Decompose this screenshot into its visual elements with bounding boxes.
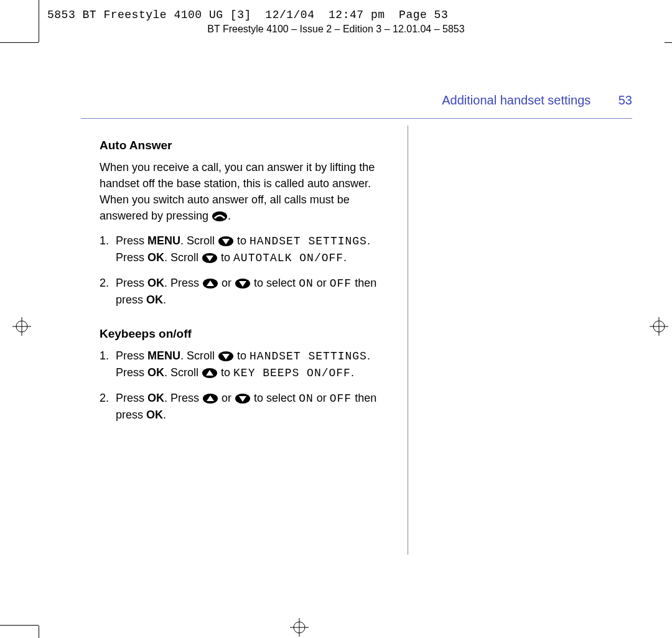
step-number: 1.: [100, 233, 116, 266]
ok-key-label: OK: [147, 251, 164, 264]
lcd-text: KEY BEEPS ON/OFF: [233, 367, 351, 379]
content-column: Auto Answer When you receive a call, you…: [100, 137, 398, 432]
header-rule: [81, 118, 632, 119]
crop-mark: [665, 42, 672, 43]
registration-mark-icon: [650, 317, 668, 336]
step-number: 2.: [100, 275, 116, 308]
down-key-icon: [202, 252, 218, 263]
svg-point-11: [223, 216, 225, 218]
down-key-icon: [218, 350, 234, 361]
lcd-text: HANDSET SETTINGS: [250, 235, 367, 247]
keybeeps-step-2: 2. Press OK. Press or to select ON or OF…: [100, 390, 398, 423]
talk-key-icon: [212, 210, 228, 221]
step-number: 2.: [100, 390, 116, 423]
auto-answer-intro: When you receive a call, you can answer …: [100, 159, 398, 224]
ok-key-label: OK: [147, 366, 164, 379]
menu-key-label: MENU: [147, 234, 180, 247]
lcd-text: ON: [299, 277, 314, 290]
crop-mark: [39, 0, 39, 42]
lcd-text: OFF: [330, 392, 352, 405]
step-number: 1.: [100, 348, 116, 381]
ok-key-label: OK: [147, 392, 164, 404]
keybeeps-step-1: 1. Press MENU. Scroll to HANDSET SETTING…: [100, 348, 398, 381]
lcd-text: AUTOTALK ON/OFF: [233, 252, 343, 264]
print-slug: 5853 BT Freestyle 4100 UG [3] 12/1/04 12…: [47, 9, 448, 21]
down-key-icon: [218, 235, 234, 246]
page-number: 53: [618, 93, 632, 108]
lcd-text: OFF: [330, 277, 352, 290]
registration-mark-icon: [12, 317, 31, 336]
heading-keybeeps: Keybeeps on/off: [100, 325, 398, 343]
ok-key-label: OK: [146, 294, 163, 306]
svg-point-10: [215, 216, 217, 218]
menu-key-label: MENU: [147, 349, 180, 362]
page-header: Additional handset settings 53: [442, 93, 632, 108]
auto-answer-step-1: 1. Press MENU. Scroll to HANDSET SETTING…: [100, 233, 398, 266]
crop-mark: [39, 626, 39, 638]
ok-key-label: OK: [147, 277, 164, 289]
ok-key-label: OK: [146, 409, 163, 421]
up-key-icon: [202, 277, 218, 289]
lcd-text: HANDSET SETTINGS: [250, 350, 367, 363]
footer-line: BT Freestyle 4100 – Issue 2 – Edition 3 …: [0, 24, 672, 35]
auto-answer-step-2: 2. Press OK. Press or to select ON or OF…: [100, 275, 398, 308]
svg-point-9: [212, 211, 227, 221]
registration-mark-icon: [290, 618, 309, 637]
up-key-icon: [202, 392, 218, 404]
down-key-icon: [235, 392, 251, 404]
column-divider: [408, 126, 408, 555]
down-key-icon: [235, 277, 251, 289]
section-title: Additional handset settings: [442, 93, 590, 108]
crop-mark: [0, 42, 39, 43]
up-key-icon: [202, 367, 218, 378]
crop-mark: [0, 625, 39, 626]
heading-auto-answer: Auto Answer: [100, 137, 398, 154]
lcd-text: ON: [299, 392, 314, 405]
